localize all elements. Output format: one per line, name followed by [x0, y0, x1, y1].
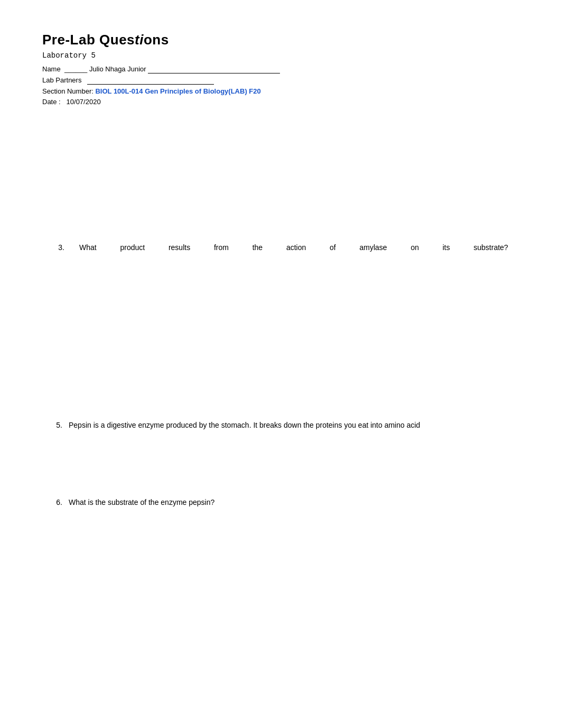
date-label: Date : [42, 98, 61, 106]
q3-number: 3. [42, 243, 69, 252]
question-3-area: 3. What product results from the action … [42, 243, 519, 252]
question-5-area: 5. Pepsin is a digestive enzyme produced… [42, 421, 519, 429]
name-label: Name [42, 65, 61, 73]
q5-text: Pepsin is a digestive enzyme produced by… [69, 421, 519, 429]
q3-word-7: of [330, 243, 336, 252]
section-number-row: Section Number: BIOL 100L-014 Gen Princi… [42, 87, 519, 95]
title-italic: ti [135, 32, 144, 48]
page-title: Pre-Lab Questions [42, 32, 519, 48]
question-6-area: 6. What is the substrate of the enzyme p… [42, 498, 519, 506]
page: Pre-Lab Questions Laboratory 5 Name ____… [0, 0, 561, 728]
lab-partners-label: Lab Partners [42, 76, 81, 84]
q3-word-11: substrate? [474, 243, 508, 252]
lab-partners-row: Lab Partners [42, 76, 519, 85]
date-row: Date : 10/07/2020 [42, 98, 519, 106]
question-3-row: 3. What product results from the action … [42, 243, 519, 252]
title-text-prefix: Pre-Lab Ques [42, 32, 135, 48]
section-link[interactable]: BIOL 100L-014 Gen Principles of Biology(… [95, 87, 260, 95]
lab-partners-underline [87, 76, 214, 85]
q3-text: What product results from the action of … [69, 243, 519, 252]
date-value: 10/07/2020 [67, 98, 101, 106]
section-label: Section Number: [42, 87, 94, 95]
subtitle: Laboratory 5 [42, 51, 519, 60]
q6-number: 6. [42, 498, 69, 506]
q3-word-2: product [120, 243, 145, 252]
q5-number: 5. [42, 421, 69, 429]
q3-word-10: its [443, 243, 450, 252]
q3-word-8: amylase [360, 243, 387, 252]
q3-word-3: results [169, 243, 190, 252]
q6-text: What is the substrate of the enzyme peps… [69, 498, 519, 506]
name-row: Name ______ Julio Nhaga Junior [42, 65, 519, 73]
title-text-suffix: ons [144, 32, 169, 48]
name-value: Julio Nhaga Junior [89, 65, 146, 73]
q3-word-4: from [214, 243, 229, 252]
q3-word-6: action [286, 243, 306, 252]
q3-word-5: the [253, 243, 263, 252]
q3-word-9: on [410, 243, 419, 252]
name-underline [148, 65, 280, 73]
q3-word-1: What [79, 243, 97, 252]
